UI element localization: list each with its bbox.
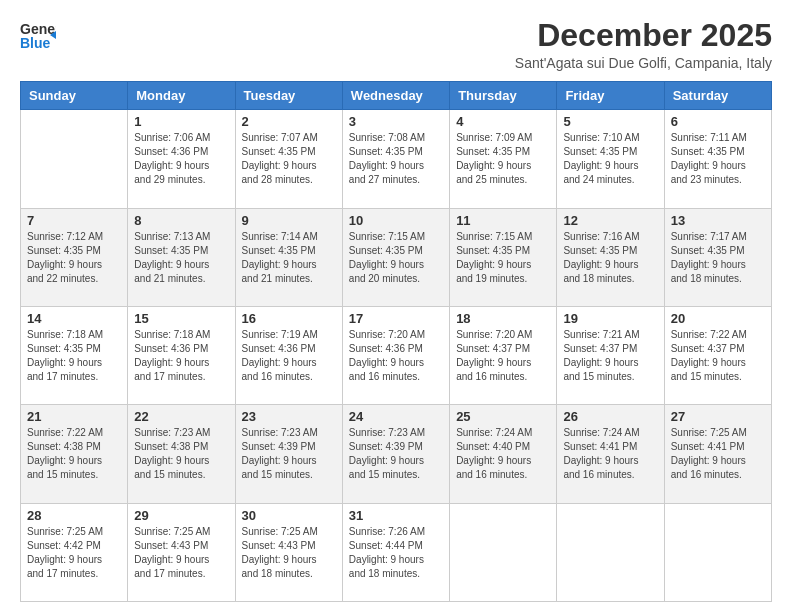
- sunrise-text: Sunrise: 7:21 AM: [563, 329, 639, 340]
- daylight-text: Daylight: 9 hours and 18 minutes.: [349, 554, 424, 579]
- sunrise-text: Sunrise: 7:12 AM: [27, 231, 103, 242]
- location-title: Sant'Agata sui Due Golfi, Campania, Ital…: [515, 55, 772, 71]
- sunset-text: Sunset: 4:35 PM: [563, 245, 637, 256]
- sunset-text: Sunset: 4:38 PM: [134, 441, 208, 452]
- daylight-text: Daylight: 9 hours and 15 minutes.: [27, 455, 102, 480]
- table-row: 22 Sunrise: 7:23 AM Sunset: 4:38 PM Dayl…: [128, 405, 235, 503]
- day-number: 23: [242, 409, 336, 424]
- sunset-text: Sunset: 4:39 PM: [349, 441, 423, 452]
- daylight-text: Daylight: 9 hours and 15 minutes.: [671, 357, 746, 382]
- day-info: Sunrise: 7:18 AM Sunset: 4:36 PM Dayligh…: [134, 328, 228, 384]
- day-number: 29: [134, 508, 228, 523]
- col-tuesday: Tuesday: [235, 82, 342, 110]
- sunrise-text: Sunrise: 7:26 AM: [349, 526, 425, 537]
- daylight-text: Daylight: 9 hours and 19 minutes.: [456, 259, 531, 284]
- sunset-text: Sunset: 4:40 PM: [456, 441, 530, 452]
- sunrise-text: Sunrise: 7:23 AM: [134, 427, 210, 438]
- sunrise-text: Sunrise: 7:07 AM: [242, 132, 318, 143]
- day-info: Sunrise: 7:09 AM Sunset: 4:35 PM Dayligh…: [456, 131, 550, 187]
- calendar-week-row: 21 Sunrise: 7:22 AM Sunset: 4:38 PM Dayl…: [21, 405, 772, 503]
- sunrise-text: Sunrise: 7:22 AM: [671, 329, 747, 340]
- table-row: 28 Sunrise: 7:25 AM Sunset: 4:42 PM Dayl…: [21, 503, 128, 601]
- daylight-text: Daylight: 9 hours and 22 minutes.: [27, 259, 102, 284]
- table-row: 23 Sunrise: 7:23 AM Sunset: 4:39 PM Dayl…: [235, 405, 342, 503]
- sunset-text: Sunset: 4:35 PM: [242, 245, 316, 256]
- sunrise-text: Sunrise: 7:15 AM: [456, 231, 532, 242]
- day-number: 2: [242, 114, 336, 129]
- sunset-text: Sunset: 4:35 PM: [671, 245, 745, 256]
- calendar-week-row: 28 Sunrise: 7:25 AM Sunset: 4:42 PM Dayl…: [21, 503, 772, 601]
- table-row: 27 Sunrise: 7:25 AM Sunset: 4:41 PM Dayl…: [664, 405, 771, 503]
- day-info: Sunrise: 7:06 AM Sunset: 4:36 PM Dayligh…: [134, 131, 228, 187]
- table-row: 29 Sunrise: 7:25 AM Sunset: 4:43 PM Dayl…: [128, 503, 235, 601]
- daylight-text: Daylight: 9 hours and 17 minutes.: [27, 554, 102, 579]
- sunset-text: Sunset: 4:35 PM: [671, 146, 745, 157]
- sunrise-text: Sunrise: 7:22 AM: [27, 427, 103, 438]
- page: General Blue December 2025 Sant'Agata su…: [0, 0, 792, 612]
- day-info: Sunrise: 7:11 AM Sunset: 4:35 PM Dayligh…: [671, 131, 765, 187]
- day-info: Sunrise: 7:08 AM Sunset: 4:35 PM Dayligh…: [349, 131, 443, 187]
- sunset-text: Sunset: 4:36 PM: [134, 146, 208, 157]
- sunrise-text: Sunrise: 7:25 AM: [671, 427, 747, 438]
- col-sunday: Sunday: [21, 82, 128, 110]
- sunset-text: Sunset: 4:41 PM: [671, 441, 745, 452]
- day-number: 21: [27, 409, 121, 424]
- col-wednesday: Wednesday: [342, 82, 449, 110]
- sunrise-text: Sunrise: 7:10 AM: [563, 132, 639, 143]
- calendar-week-row: 1 Sunrise: 7:06 AM Sunset: 4:36 PM Dayli…: [21, 110, 772, 208]
- sunset-text: Sunset: 4:43 PM: [134, 540, 208, 551]
- day-info: Sunrise: 7:24 AM Sunset: 4:41 PM Dayligh…: [563, 426, 657, 482]
- day-number: 5: [563, 114, 657, 129]
- daylight-text: Daylight: 9 hours and 15 minutes.: [134, 455, 209, 480]
- table-row: 18 Sunrise: 7:20 AM Sunset: 4:37 PM Dayl…: [450, 306, 557, 404]
- sunset-text: Sunset: 4:43 PM: [242, 540, 316, 551]
- day-info: Sunrise: 7:25 AM Sunset: 4:43 PM Dayligh…: [134, 525, 228, 581]
- day-info: Sunrise: 7:20 AM Sunset: 4:37 PM Dayligh…: [456, 328, 550, 384]
- day-number: 30: [242, 508, 336, 523]
- day-info: Sunrise: 7:23 AM Sunset: 4:38 PM Dayligh…: [134, 426, 228, 482]
- day-number: 16: [242, 311, 336, 326]
- day-number: 4: [456, 114, 550, 129]
- table-row: [664, 503, 771, 601]
- day-number: 9: [242, 213, 336, 228]
- day-info: Sunrise: 7:14 AM Sunset: 4:35 PM Dayligh…: [242, 230, 336, 286]
- sunrise-text: Sunrise: 7:09 AM: [456, 132, 532, 143]
- day-number: 6: [671, 114, 765, 129]
- sunrise-text: Sunrise: 7:25 AM: [27, 526, 103, 537]
- day-info: Sunrise: 7:10 AM Sunset: 4:35 PM Dayligh…: [563, 131, 657, 187]
- day-number: 12: [563, 213, 657, 228]
- day-info: Sunrise: 7:22 AM Sunset: 4:38 PM Dayligh…: [27, 426, 121, 482]
- sunset-text: Sunset: 4:39 PM: [242, 441, 316, 452]
- sunrise-text: Sunrise: 7:24 AM: [456, 427, 532, 438]
- table-row: 13 Sunrise: 7:17 AM Sunset: 4:35 PM Dayl…: [664, 208, 771, 306]
- table-row: 19 Sunrise: 7:21 AM Sunset: 4:37 PM Dayl…: [557, 306, 664, 404]
- table-row: 7 Sunrise: 7:12 AM Sunset: 4:35 PM Dayli…: [21, 208, 128, 306]
- daylight-text: Daylight: 9 hours and 15 minutes.: [349, 455, 424, 480]
- daylight-text: Daylight: 9 hours and 25 minutes.: [456, 160, 531, 185]
- table-row: 21 Sunrise: 7:22 AM Sunset: 4:38 PM Dayl…: [21, 405, 128, 503]
- sunrise-text: Sunrise: 7:25 AM: [242, 526, 318, 537]
- day-number: 22: [134, 409, 228, 424]
- day-info: Sunrise: 7:15 AM Sunset: 4:35 PM Dayligh…: [456, 230, 550, 286]
- daylight-text: Daylight: 9 hours and 16 minutes.: [242, 357, 317, 382]
- calendar-table: Sunday Monday Tuesday Wednesday Thursday…: [20, 81, 772, 602]
- table-row: 30 Sunrise: 7:25 AM Sunset: 4:43 PM Dayl…: [235, 503, 342, 601]
- sunset-text: Sunset: 4:35 PM: [242, 146, 316, 157]
- table-row: 20 Sunrise: 7:22 AM Sunset: 4:37 PM Dayl…: [664, 306, 771, 404]
- table-row: 24 Sunrise: 7:23 AM Sunset: 4:39 PM Dayl…: [342, 405, 449, 503]
- sunrise-text: Sunrise: 7:17 AM: [671, 231, 747, 242]
- table-row: [21, 110, 128, 208]
- calendar-week-row: 7 Sunrise: 7:12 AM Sunset: 4:35 PM Dayli…: [21, 208, 772, 306]
- day-info: Sunrise: 7:23 AM Sunset: 4:39 PM Dayligh…: [242, 426, 336, 482]
- sunset-text: Sunset: 4:35 PM: [349, 245, 423, 256]
- day-number: 26: [563, 409, 657, 424]
- sunset-text: Sunset: 4:35 PM: [456, 146, 530, 157]
- sunset-text: Sunset: 4:37 PM: [671, 343, 745, 354]
- table-row: 11 Sunrise: 7:15 AM Sunset: 4:35 PM Dayl…: [450, 208, 557, 306]
- daylight-text: Daylight: 9 hours and 18 minutes.: [563, 259, 638, 284]
- sunset-text: Sunset: 4:35 PM: [27, 245, 101, 256]
- sunset-text: Sunset: 4:36 PM: [134, 343, 208, 354]
- day-info: Sunrise: 7:19 AM Sunset: 4:36 PM Dayligh…: [242, 328, 336, 384]
- day-info: Sunrise: 7:07 AM Sunset: 4:35 PM Dayligh…: [242, 131, 336, 187]
- daylight-text: Daylight: 9 hours and 16 minutes.: [349, 357, 424, 382]
